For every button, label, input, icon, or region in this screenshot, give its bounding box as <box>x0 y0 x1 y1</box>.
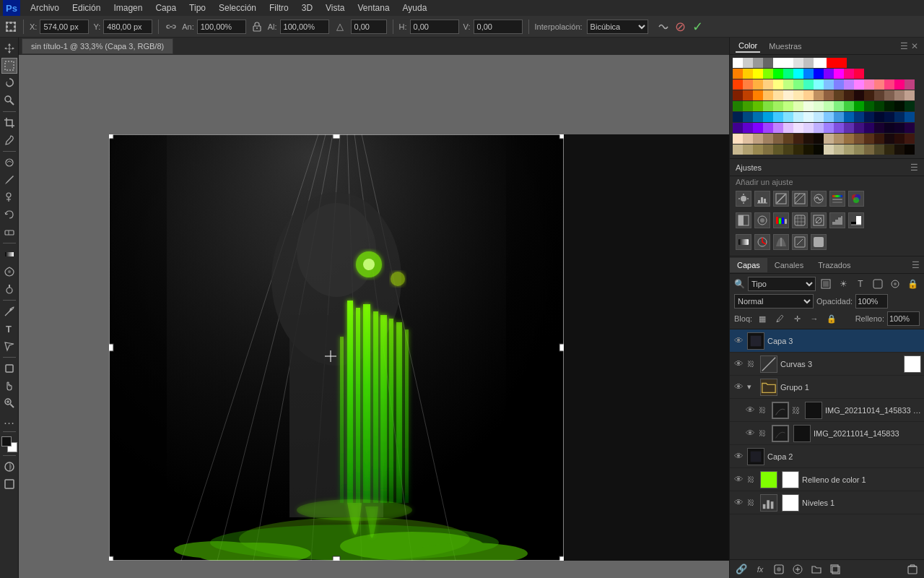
swatch[interactable] <box>773 79 783 90</box>
pen-tool[interactable] <box>1 303 17 319</box>
x-input[interactable] <box>40 20 89 34</box>
swatch[interactable] <box>773 69 783 79</box>
filter-lock-icon[interactable]: 🔒 <box>905 277 920 291</box>
swatch[interactable] <box>773 134 783 144</box>
new-group-btn[interactable] <box>809 562 824 577</box>
swatch[interactable] <box>824 134 834 144</box>
swatch[interactable] <box>844 112 854 122</box>
color-balance-adj-btn[interactable] <box>848 191 864 207</box>
swatch[interactable] <box>854 101 864 111</box>
swatch[interactable] <box>743 101 753 111</box>
swatch[interactable] <box>773 144 783 155</box>
gradient-tool[interactable] <box>1 246 17 262</box>
type-tool[interactable]: T <box>1 321 17 337</box>
swatch[interactable] <box>753 90 763 100</box>
layers-panel-menu-icon[interactable]: ☰ <box>912 260 920 270</box>
quick-select-tool[interactable] <box>1 92 17 108</box>
lock-all-btn[interactable]: 🔒 <box>824 311 839 326</box>
shape-tool[interactable] <box>1 361 17 376</box>
canvas-viewport[interactable] <box>19 55 729 578</box>
fill-input[interactable] <box>887 311 920 326</box>
swatch[interactable] <box>824 69 834 79</box>
selection-tool[interactable] <box>1 58 17 74</box>
lock-artboard-btn[interactable]: → <box>807 311 821 326</box>
swatch[interactable] <box>834 123 844 133</box>
swatch[interactable] <box>783 79 793 90</box>
color-lookup-adj-btn[interactable] <box>792 212 808 228</box>
color-swatch[interactable] <box>1 436 17 452</box>
filter-shape-icon[interactable] <box>871 277 885 291</box>
swatch[interactable] <box>864 90 874 100</box>
swatch[interactable] <box>864 79 874 90</box>
link-layers-btn[interactable]: 🔗 <box>734 562 749 577</box>
swatch[interactable] <box>763 123 773 133</box>
swatch[interactable] <box>864 101 874 111</box>
swatch[interactable] <box>905 134 915 144</box>
swatch[interactable] <box>864 144 874 155</box>
solid-color-adj-btn[interactable] <box>811 234 827 250</box>
menu-filtro[interactable]: Filtro <box>263 1 295 14</box>
menu-seleccion[interactable]: Selección <box>213 1 262 14</box>
swatch[interactable] <box>803 134 814 144</box>
swatch[interactable] <box>753 79 763 90</box>
gradient-map-adj-btn[interactable] <box>736 234 751 250</box>
swatch[interactable] <box>824 101 834 111</box>
swatch[interactable] <box>753 101 763 111</box>
dodge-tool[interactable] <box>1 281 17 297</box>
swatch[interactable] <box>793 58 803 68</box>
swatch[interactable] <box>834 79 844 90</box>
swatch[interactable] <box>783 101 793 111</box>
swatch[interactable] <box>834 112 844 122</box>
invert-adj-btn[interactable] <box>811 212 827 228</box>
swatch[interactable] <box>844 69 854 79</box>
swatch[interactable] <box>763 101 773 111</box>
selective-color-adj-btn[interactable] <box>754 234 770 250</box>
layer-item-niveles1[interactable]: 👁 ⛓ Niveles 1 <box>730 491 924 514</box>
visibility-niveles1[interactable]: 👁 <box>733 497 744 509</box>
add-mask-btn[interactable] <box>772 562 786 577</box>
swatch[interactable] <box>733 69 743 79</box>
swatch[interactable] <box>905 79 915 90</box>
swatch[interactable] <box>793 144 803 155</box>
an-input[interactable] <box>197 20 246 34</box>
swatch[interactable] <box>874 112 884 122</box>
swatch[interactable] <box>834 101 844 111</box>
swatch[interactable] <box>894 134 905 144</box>
swatch[interactable] <box>783 112 793 122</box>
filter-smart-icon[interactable] <box>888 277 902 291</box>
swatch[interactable] <box>834 134 844 144</box>
swatch[interactable] <box>905 101 915 111</box>
swatch[interactable] <box>803 58 814 68</box>
swatch[interactable] <box>793 101 803 111</box>
swatch[interactable] <box>874 101 884 111</box>
swatch[interactable] <box>783 123 793 133</box>
swatch[interactable] <box>814 112 824 122</box>
swatch[interactable] <box>864 112 874 122</box>
swatch[interactable] <box>814 134 824 144</box>
swatch[interactable] <box>783 134 793 144</box>
swatch[interactable] <box>803 144 814 155</box>
swatch[interactable] <box>793 79 803 90</box>
swatch[interactable] <box>773 90 783 100</box>
swatch[interactable] <box>763 134 773 144</box>
swatch[interactable] <box>844 79 854 90</box>
rotation-input[interactable] <box>351 20 387 34</box>
swatch[interactable] <box>793 134 803 144</box>
swatch[interactable] <box>803 69 814 79</box>
al-input[interactable] <box>280 20 329 34</box>
swatch[interactable] <box>803 112 814 122</box>
swatch[interactable] <box>814 123 824 133</box>
swatch[interactable] <box>844 134 854 144</box>
visibility-img1[interactable]: 👁 <box>744 405 756 416</box>
swatch[interactable] <box>864 134 874 144</box>
swatch[interactable] <box>733 123 743 133</box>
channel-mixer-adj-btn[interactable] <box>773 212 789 228</box>
swatch[interactable] <box>743 69 753 79</box>
fx-btn[interactable]: fx <box>753 562 767 577</box>
visibility-img2[interactable]: 👁 <box>744 428 756 439</box>
swatch[interactable] <box>753 69 763 79</box>
new-layer-btn[interactable] <box>828 562 842 577</box>
layer-item-img2[interactable]: 👁 ⛓ IMG_20211014_145833 <box>730 422 924 445</box>
menu-imagen[interactable]: Imagen <box>108 1 148 14</box>
swatch[interactable] <box>733 58 743 68</box>
